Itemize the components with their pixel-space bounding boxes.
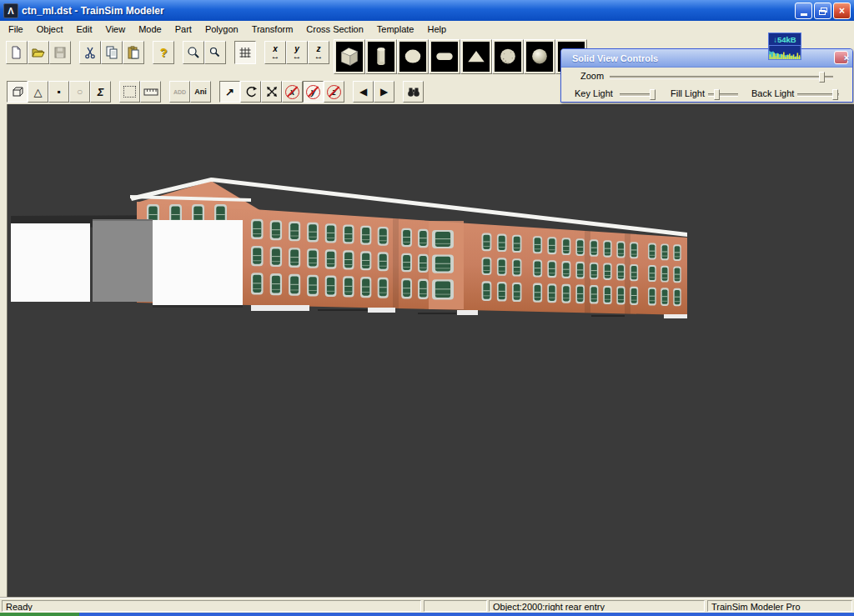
move-tool-button[interactable]: ↗ (219, 81, 240, 103)
key-light-slider[interactable] (620, 93, 654, 97)
circle-mode-button[interactable]: ○ (69, 81, 90, 103)
circle-icon: ○ (77, 87, 83, 97)
save-floppy-icon (53, 46, 67, 59)
status-object-info: Object:2000:right rear entry (489, 600, 705, 612)
render-cylinder-button[interactable] (365, 39, 397, 74)
lock-x-button[interactable]: x (282, 81, 303, 103)
menu-mode[interactable]: Mode (132, 22, 168, 37)
key-light-thumb[interactable] (650, 89, 656, 100)
restore-icon (819, 8, 827, 15)
menu-polygon[interactable]: Polygon (198, 22, 245, 37)
taskbar-edge (0, 613, 854, 616)
render-sphere-textured-button[interactable] (492, 39, 524, 74)
back-light-thumb[interactable] (832, 89, 838, 100)
fill-light-thumb[interactable] (714, 89, 720, 100)
fill-light-label: Fill Light (671, 88, 705, 98)
help-button[interactable]: ? (153, 41, 174, 64)
minimize-icon (801, 13, 807, 16)
find-button[interactable] (403, 81, 424, 103)
grid-icon (239, 46, 252, 59)
rotate-icon (244, 85, 258, 98)
y-axis-icon: y↔ (293, 45, 302, 61)
new-button[interactable] (6, 41, 28, 64)
render-cone-button[interactable] (460, 39, 492, 74)
menu-edit[interactable]: Edit (70, 22, 99, 37)
binoculars-icon (407, 85, 420, 98)
network-monitor-widget: ↓54kB (768, 33, 801, 60)
cut-scissors-icon (83, 46, 97, 59)
cut-button[interactable] (79, 41, 101, 64)
marquee-select-button[interactable] (119, 81, 140, 103)
menu-file[interactable]: File (2, 22, 30, 37)
rotate-tool-button[interactable] (240, 81, 261, 103)
object-mode-button[interactable] (7, 81, 28, 103)
axis-y-button[interactable]: y↔ (286, 41, 308, 64)
selection-marquee-icon (123, 86, 136, 98)
axis-z-button[interactable]: z↔ (308, 41, 329, 64)
palette-title: Solid View Controls (572, 53, 658, 63)
point-mode-button[interactable]: ▪ (48, 81, 69, 103)
paste-button[interactable] (123, 41, 144, 64)
render-capsule-button[interactable] (429, 39, 460, 74)
help-icon: ? (160, 46, 168, 59)
model-3d-view (8, 104, 854, 597)
new-file-icon (10, 46, 23, 59)
no-z-icon: z (326, 84, 342, 100)
no-y-icon: y (305, 84, 321, 100)
cube-solid-icon (336, 42, 363, 72)
menu-part[interactable]: Part (168, 22, 198, 37)
menu-help[interactable]: Help (420, 22, 453, 37)
add-button[interactable]: ADD (169, 81, 190, 103)
polygon-mode-button[interactable]: △ (28, 81, 48, 103)
grid-toggle-button[interactable] (234, 41, 256, 64)
z-axis-icon: z↔ (314, 45, 324, 61)
zoom-out-button[interactable] (204, 41, 226, 64)
axis-x-button[interactable]: x↔ (264, 41, 286, 64)
close-button[interactable]: × (833, 3, 851, 19)
render-cube-button[interactable] (334, 39, 365, 74)
render-sphere-flat-button[interactable] (397, 39, 429, 74)
palette-close-button[interactable]: × (834, 51, 848, 64)
palette-title-bar[interactable]: Solid View Controls × (561, 49, 852, 68)
ruler-icon (143, 85, 158, 98)
viewport-frame (0, 104, 854, 597)
save-button[interactable] (49, 41, 71, 64)
prev-arrow-icon: ◀ (359, 87, 367, 97)
point-icon: ▪ (57, 87, 60, 97)
menu-transform[interactable]: Transform (245, 22, 300, 37)
render-sphere-smooth-button[interactable] (524, 39, 555, 74)
measure-button[interactable] (140, 81, 161, 103)
zoom-slider-thumb[interactable] (819, 72, 825, 83)
fill-light-slider[interactable] (708, 93, 738, 97)
ani-label: Ani (194, 88, 207, 96)
zoom-in-button[interactable] (183, 41, 204, 64)
lock-z-button[interactable]: z (324, 81, 344, 103)
menu-view[interactable]: View (99, 22, 133, 37)
animation-button[interactable]: Ani (190, 81, 211, 103)
no-x-icon: x (284, 84, 300, 100)
spline-mode-button[interactable]: Σ (90, 81, 111, 103)
magnifier-large-icon (187, 46, 200, 59)
menu-object[interactable]: Object (30, 22, 70, 37)
triangle-prism-icon (463, 42, 490, 72)
open-button[interactable] (28, 41, 49, 64)
restore-button[interactable] (814, 3, 831, 19)
back-light-slider[interactable] (797, 93, 839, 97)
next-button[interactable]: ▶ (374, 81, 394, 103)
menu-bar: File Object Edit View Mode Part Polygon … (0, 21, 854, 38)
viewport-canvas[interactable] (7, 104, 854, 597)
window-title: ctn_ml.dst - TrainSim Modeler (22, 5, 164, 17)
title-bar: Λ ctn_ml.dst - TrainSim Modeler × (0, 0, 854, 21)
prev-button[interactable]: ◀ (353, 81, 374, 103)
cylinder-icon (368, 42, 394, 72)
scale-tool-button[interactable] (261, 81, 282, 103)
zoom-slider[interactable] (610, 76, 833, 79)
x-axis-icon: x↔ (271, 45, 280, 61)
lock-y-button[interactable]: y (303, 81, 324, 103)
menu-cross-section[interactable]: Cross Section (299, 22, 369, 37)
menu-template[interactable]: Template (370, 22, 421, 37)
back-light-label: Back Light (751, 88, 794, 98)
copy-button[interactable] (101, 41, 123, 64)
minimize-button[interactable] (795, 3, 812, 19)
toolbar-main: ? x↔ y↔ z↔ (6, 41, 329, 64)
